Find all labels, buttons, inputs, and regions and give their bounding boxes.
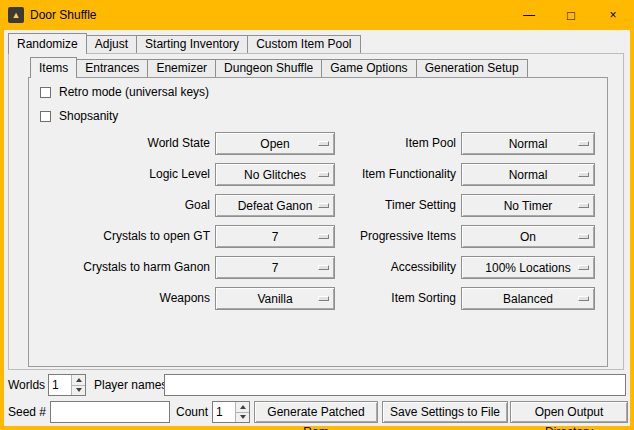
dropdown-indicator-icon [578,265,589,270]
minimize-button[interactable]: — [508,0,550,30]
checkbox-icon [40,111,51,122]
tab-starting-inventory[interactable]: Starting Inventory [136,35,248,53]
crystals-open-gt-label: Crystals to open GT [30,225,210,248]
tab-randomize[interactable]: Randomize [8,33,87,54]
outer-tab-bar: Randomize Adjust Starting Inventory Cust… [8,32,361,53]
worlds-spinbox [48,374,86,396]
shopsanity-checkbox[interactable]: Shopsanity [40,108,118,124]
window-title: Door Shuffle [30,8,97,22]
item-pool-dropdown[interactable]: Normal [461,132,595,155]
window-controls: — □ × [508,0,634,30]
tab-custom-item-pool[interactable]: Custom Item Pool [247,35,360,53]
count-spinbox [212,401,250,423]
item-functionality-label: Item Functionality [326,163,456,186]
goal-label: Goal [30,194,210,217]
spinner-up-icon[interactable] [236,402,249,413]
open-output-directory-button[interactable]: Open Output Directory [510,401,628,423]
spinner-arrows [71,375,85,395]
weapons-dropdown[interactable]: Vanilla [215,287,335,310]
player-names-label: Player names [94,374,167,396]
window-content: Randomize Adjust Starting Inventory Cust… [4,30,630,426]
titlebar: ▲ Door Shuffle — □ × [0,0,634,30]
weapons-label: Weapons [30,287,210,310]
triforce-icon: ▲ [12,11,21,20]
crystals-harm-ganon-label: Crystals to harm Ganon [30,256,210,279]
item-functionality-dropdown[interactable]: Normal [461,163,595,186]
seed-input[interactable] [50,401,170,423]
timer-setting-label: Timer Setting [326,194,456,217]
generate-patched-rom-button[interactable]: Generate Patched Rom [254,401,378,423]
inner-tab-bar: Items Entrances Enemizer Dungeon Shuffle… [30,57,528,77]
player-names-input[interactable] [164,374,626,396]
dropdown-indicator-icon [578,296,589,301]
accessibility-label: Accessibility [326,256,456,279]
tab-entrances[interactable]: Entrances [76,59,148,77]
tab-generation-setup[interactable]: Generation Setup [416,59,528,77]
dropdown-indicator-icon [578,141,589,146]
dropdown-indicator-icon [578,234,589,239]
shopsanity-label: Shopsanity [59,109,118,123]
tab-game-options[interactable]: Game Options [321,59,416,77]
logic-level-dropdown[interactable]: No Glitches [215,163,335,186]
crystals-open-gt-dropdown[interactable]: 7 [215,225,335,248]
app-icon: ▲ [8,7,24,23]
world-state-dropdown[interactable]: Open [215,132,335,155]
close-button[interactable]: × [592,0,634,30]
tab-enemizer[interactable]: Enemizer [147,59,216,77]
spinner-down-icon[interactable] [236,413,249,423]
worlds-label: Worlds [8,374,45,396]
dropdown-indicator-icon [578,172,589,177]
accessibility-dropdown[interactable]: 100% Locations [461,256,595,279]
worlds-input[interactable] [49,375,71,395]
seed-label: Seed # [8,401,46,423]
spinner-down-icon[interactable] [72,386,85,396]
tab-dungeon-shuffle[interactable]: Dungeon Shuffle [215,59,322,77]
tab-items[interactable]: Items [30,57,77,78]
timer-setting-dropdown[interactable]: No Timer [461,194,595,217]
retro-mode-label: Retro mode (universal keys) [59,85,209,99]
goal-dropdown[interactable]: Defeat Ganon [215,194,335,217]
count-input[interactable] [213,402,235,422]
crystals-harm-ganon-dropdown[interactable]: 7 [215,256,335,279]
count-label: Count [176,401,208,423]
world-state-label: World State [30,132,210,155]
logic-level-label: Logic Level [30,163,210,186]
tab-adjust[interactable]: Adjust [86,35,137,53]
progressive-items-dropdown[interactable]: On [461,225,595,248]
progressive-items-label: Progressive Items [326,225,456,248]
item-sorting-dropdown[interactable]: Balanced [461,287,595,310]
retro-mode-checkbox[interactable]: Retro mode (universal keys) [40,84,209,100]
checkbox-icon [40,87,51,98]
app-window: ▲ Door Shuffle — □ × Randomize Adjust St… [0,0,634,430]
dropdown-indicator-icon [578,203,589,208]
item-pool-label: Item Pool [326,132,456,155]
item-sorting-label: Item Sorting [326,287,456,310]
spinner-arrows [235,402,249,422]
maximize-button[interactable]: □ [550,0,592,30]
save-settings-button[interactable]: Save Settings to File [382,401,508,423]
spinner-up-icon[interactable] [72,375,85,386]
